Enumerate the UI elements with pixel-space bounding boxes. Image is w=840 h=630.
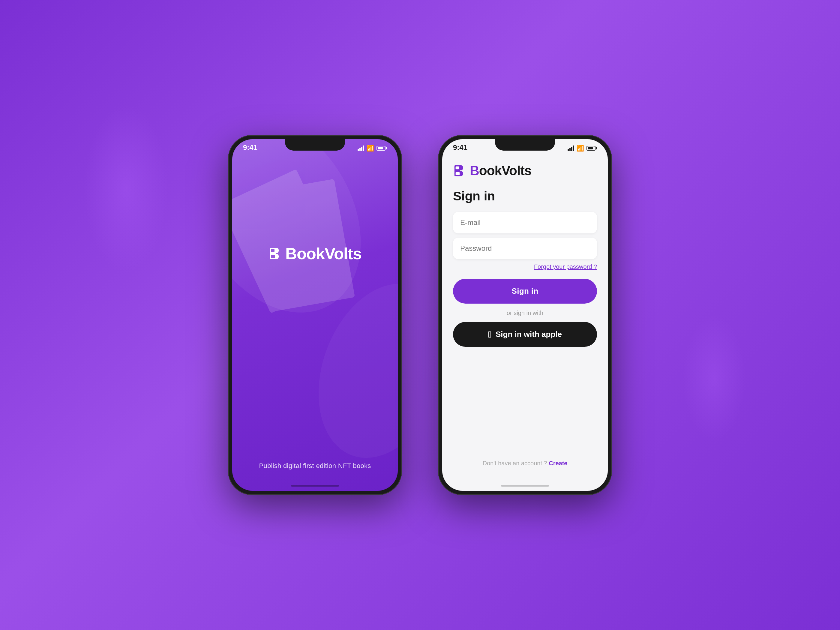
signal-icon bbox=[358, 145, 364, 151]
sign-in-button[interactable]: Sign in bbox=[453, 279, 597, 303]
time-splash: 9:41 bbox=[243, 144, 257, 152]
logo-b-letter: BookVolts bbox=[470, 163, 531, 178]
svg-rect-9 bbox=[456, 172, 459, 175]
battery-icon bbox=[376, 146, 387, 151]
status-icons-splash: 📶 bbox=[358, 145, 387, 152]
wifi-icon: 📶 bbox=[366, 145, 374, 152]
status-icons-signin: 📶 bbox=[568, 145, 597, 152]
time-signin: 9:41 bbox=[453, 144, 467, 152]
home-indicator-signin bbox=[501, 485, 549, 486]
no-account-text: Don't have an account ? bbox=[483, 460, 547, 466]
splash-screen: BookVolts Publish digital first edition … bbox=[232, 139, 398, 491]
phone-splash: 9:41 📶 bbox=[228, 135, 402, 495]
notch-signin bbox=[495, 139, 555, 151]
or-sign-in-text: or sign in with bbox=[453, 309, 597, 316]
notch bbox=[285, 139, 345, 151]
email-input[interactable] bbox=[453, 212, 597, 234]
create-account-link[interactable]: Create bbox=[549, 460, 567, 466]
signin-screen: BookVolts Sign in Forgot your password ?… bbox=[442, 139, 608, 491]
apple-icon:  bbox=[488, 330, 491, 339]
signin-logo: BookVolts bbox=[453, 163, 597, 178]
battery-icon-signin bbox=[586, 146, 597, 151]
create-account-section: Don't have an account ? Create bbox=[453, 460, 597, 485]
svg-rect-8 bbox=[456, 166, 459, 169]
forgot-password-link[interactable]: Forgot your password ? bbox=[453, 264, 597, 270]
signal-icon-signin bbox=[568, 145, 574, 151]
home-indicator-splash bbox=[291, 485, 339, 486]
signin-logo-b-icon bbox=[453, 164, 467, 178]
wifi-icon-signin: 📶 bbox=[576, 145, 584, 152]
phone-signin: 9:41 📶 bbox=[438, 135, 612, 495]
password-input[interactable] bbox=[453, 238, 597, 259]
apple-sign-in-button[interactable]:  Sign in with apple bbox=[453, 322, 597, 347]
splash-tagline: Publish digital first edition NFT books bbox=[259, 462, 371, 470]
apple-button-label: Sign in with apple bbox=[496, 330, 562, 339]
signin-logo-text: BookVolts bbox=[470, 163, 531, 178]
book-decoration bbox=[232, 139, 398, 361]
signin-title: Sign in bbox=[453, 189, 597, 204]
